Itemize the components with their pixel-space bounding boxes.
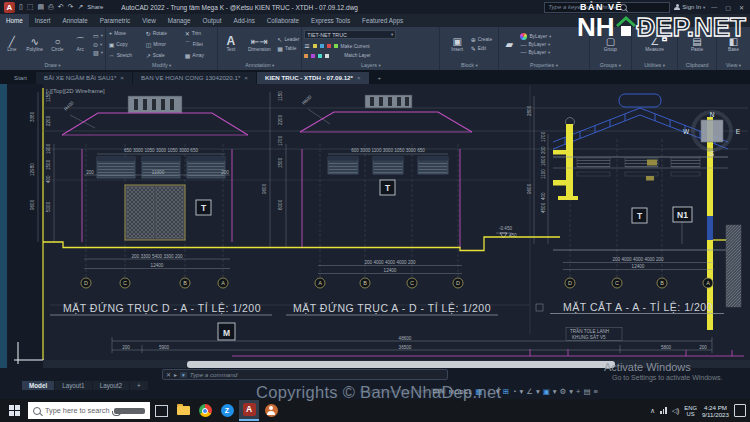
- ortho-toggle[interactable]: ⊞: [503, 385, 509, 398]
- ribbon-tab-output[interactable]: Output: [197, 14, 228, 27]
- ribbon-tab-home[interactable]: Home: [0, 14, 29, 27]
- chevron-down-icon[interactable]: ▾: [536, 385, 540, 398]
- viewport-controls-label[interactable]: [-][Top][2D Wireframe]: [46, 88, 105, 94]
- clean-screen-icon[interactable]: ▤: [583, 385, 590, 398]
- isolate-objects-icon[interactable]: +: [576, 385, 580, 398]
- hidden-icons-chevron[interactable]: ∧: [650, 407, 655, 415]
- ribbon-tab-manage[interactable]: Manage: [162, 14, 197, 27]
- layer-state-icon[interactable]: [313, 44, 317, 48]
- match-properties-button[interactable]: ▰: [501, 39, 517, 50]
- layer-walk-icon[interactable]: [318, 54, 322, 58]
- volume-icon[interactable]: ◁): [672, 407, 680, 415]
- command-prompt[interactable]: Type a command: [190, 371, 237, 378]
- text-button[interactable]: AText: [220, 36, 241, 52]
- trim-button[interactable]: ✕Trim: [185, 30, 215, 37]
- chevron-down-icon[interactable]: ▾: [569, 385, 573, 398]
- recent-commands-icon[interactable]: ▸: [174, 371, 177, 378]
- viewcube-north[interactable]: N: [710, 111, 715, 118]
- customize-icon[interactable]: ▾: [180, 372, 187, 378]
- customization-menu-icon[interactable]: ≡: [594, 385, 598, 398]
- viewcube-east[interactable]: E: [736, 128, 741, 135]
- stretch-button[interactable]: ↔Stretch: [109, 52, 143, 58]
- circle-button[interactable]: ○Circle: [48, 36, 68, 52]
- file-tab-ban-ve-hoan-cong[interactable]: BAN VE HOAN CONG 13042020.1*×: [133, 72, 256, 84]
- ribbon-tab-featured-apps[interactable]: Featured Apps: [356, 14, 409, 27]
- new-file-icon[interactable]: ▯: [19, 1, 23, 13]
- ribbon-tab-addins[interactable]: Add-ins: [227, 14, 260, 27]
- viewcube-west[interactable]: W: [683, 128, 690, 135]
- panel-label-properties[interactable]: Properties ▾: [499, 61, 588, 70]
- layer-properties-icon[interactable]: ≡: [304, 41, 309, 51]
- ribbon-tab-insert[interactable]: Insert: [29, 14, 57, 27]
- move-button[interactable]: +Move: [109, 30, 143, 36]
- dimension-button[interactable]: ⇤⇥Dimension: [244, 36, 274, 52]
- zalo-button[interactable]: Z: [216, 399, 238, 422]
- network-icon[interactable]: [660, 407, 667, 414]
- redo-icon[interactable]: ↷: [68, 1, 74, 13]
- layer-isolate-icon[interactable]: [320, 44, 324, 48]
- close-tab-icon[interactable]: ×: [357, 74, 361, 82]
- rectangle-button[interactable]: ▭▾: [93, 32, 103, 39]
- file-tab-start[interactable]: Start: [6, 72, 35, 84]
- close-icon[interactable]: ✕: [166, 371, 171, 378]
- file-tab-kien-truc-active[interactable]: KIEN TRUC - XTDH - 07.09.12*×: [257, 72, 369, 84]
- taskbar-search-input[interactable]: Type here to search: [28, 402, 150, 419]
- workspace-settings-icon[interactable]: ⚙: [560, 385, 567, 398]
- edit-block-button[interactable]: ✎Edit: [471, 45, 486, 52]
- close-tab-icon[interactable]: ×: [120, 74, 124, 82]
- ribbon-tab-collaborate[interactable]: Collaborate: [261, 14, 305, 27]
- chrome-button[interactable]: [194, 399, 216, 422]
- array-button[interactable]: ▦Array: [185, 52, 215, 59]
- share-icon[interactable]: ↗: [77, 1, 83, 13]
- chevron-down-icon[interactable]: ▾: [519, 385, 523, 398]
- mirror-button[interactable]: ◫Mirror: [146, 41, 182, 48]
- panel-label-layers[interactable]: Layers ▾: [302, 61, 439, 70]
- task-view-button[interactable]: [150, 399, 172, 422]
- table-button[interactable]: ▦Table: [277, 45, 296, 52]
- notification-center-icon[interactable]: [734, 404, 746, 417]
- polyline-button[interactable]: ∿Polyline: [25, 36, 45, 52]
- scrollbar-thumb[interactable]: [187, 361, 615, 368]
- file-tab-bai-xe-ngam[interactable]: BÃI XE NGẦM BÃI SAU1*×: [36, 72, 132, 84]
- make-current-button[interactable]: Make Current: [341, 44, 370, 49]
- close-tab-icon[interactable]: ×: [244, 74, 248, 82]
- ribbon-tab-annotate[interactable]: Annotate: [57, 14, 94, 27]
- match-layer-button[interactable]: Match Layer: [344, 53, 370, 58]
- plot-icon[interactable]: ⎙: [48, 1, 54, 13]
- line-button[interactable]: ╱Line: [2, 36, 22, 52]
- tab-layout2[interactable]: Layout2: [93, 381, 129, 390]
- autocad-app-icon[interactable]: A: [4, 2, 15, 13]
- user-app-button[interactable]: [260, 399, 282, 422]
- ribbon-tab-express-tools[interactable]: Express Tools: [305, 14, 356, 27]
- copy-button[interactable]: ▣Copy: [109, 41, 143, 48]
- language-indicator[interactable]: ENGUS: [684, 405, 697, 417]
- layer-freeze-icon[interactable]: [327, 44, 331, 48]
- tab-layout1[interactable]: Layout1: [55, 381, 91, 390]
- panel-label-clipboard[interactable]: Clipboard: [678, 61, 716, 70]
- new-tab-button[interactable]: +: [370, 72, 390, 84]
- save-icon[interactable]: ▤: [37, 1, 44, 13]
- rotate-button[interactable]: ↻Rotate: [146, 30, 182, 37]
- ellipse-button[interactable]: ⊙▾: [93, 41, 102, 48]
- panel-label-modify[interactable]: Modify ▾: [106, 61, 217, 70]
- undo-icon[interactable]: ↶: [58, 1, 64, 13]
- chevron-down-icon[interactable]: ▾: [553, 385, 557, 398]
- arc-button[interactable]: ⌒Arc: [70, 36, 90, 52]
- layer-unlock-icon[interactable]: [311, 54, 315, 58]
- layer-off-icon[interactable]: [334, 44, 338, 48]
- object-snap-toggle[interactable]: ∠: [526, 385, 533, 398]
- viewcube[interactable]: N W E S: [683, 111, 741, 157]
- drawing-canvas[interactable]: [-][Top][2D Wireframe]: [0, 84, 750, 368]
- panel-label-utilities[interactable]: Utilities ▾: [632, 61, 677, 70]
- leader-button[interactable]: ↖Leader: [277, 36, 299, 43]
- create-block-button[interactable]: ⊕Create: [471, 36, 492, 43]
- fillet-button[interactable]: ⌒Fillet: [185, 40, 215, 49]
- panel-label-groups[interactable]: Groups ▾: [590, 61, 631, 70]
- new-layout-button[interactable]: +: [130, 381, 148, 390]
- share-button[interactable]: Share: [87, 4, 103, 10]
- clock[interactable]: 4:24 PM9/11/2023: [702, 404, 729, 418]
- panel-label-view[interactable]: View ▾: [717, 61, 750, 70]
- ribbon-tab-parametric[interactable]: Parametric: [94, 14, 136, 27]
- scale-button[interactable]: ↗Scale: [146, 52, 182, 59]
- layer-lock-icon[interactable]: [304, 54, 308, 58]
